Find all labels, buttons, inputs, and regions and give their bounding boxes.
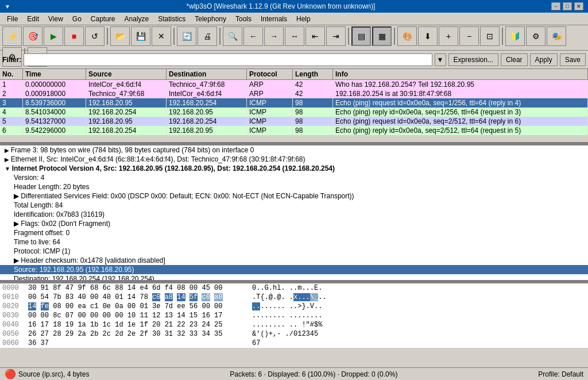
last-button[interactable]: ⇥ [326,26,346,46]
cell-1: 0.000000000 [23,80,86,89]
colorize-rules-button[interactable]: 🎭 [547,26,566,46]
hex-row: 003000 00 8c 07 00 00 00 00 10 11 12 13 … [0,311,588,320]
go-forward-button[interactable]: → [264,26,284,46]
menu-edit[interactable]: Edit [22,14,44,24]
open-button[interactable]: 📂 [110,26,130,46]
detail-row: Identification: 0x7b83 (31619) [0,210,588,219]
menu-file[interactable]: File [2,14,22,24]
capture-filter-button[interactable]: 🔰 [505,26,525,46]
hex-row: 001000 54 7b 83 40 00 40 01 14 78 c0 a8 … [0,293,588,302]
zoom-fit-button[interactable]: ⊡ [480,26,500,46]
cell-1: 8.539736000 [23,98,86,108]
table-row[interactable]: 10.000000000IntelCor_e4:6d:f4Technico_47… [0,80,588,89]
pane-detail-button[interactable]: ▦ [372,26,392,46]
go-back-button[interactable]: ← [243,26,263,46]
first-button[interactable]: ⇤ [305,26,325,46]
colorize-button[interactable]: 🎨 [397,26,417,46]
zoom-out-button[interactable]: − [459,26,479,46]
menu-analyze[interactable]: Analyze [120,14,154,24]
detail-row[interactable]: ▶ Flags: 0x02 (Don't Fragment) [0,219,588,228]
table-row[interactable]: 48.541034000192.168.20.254192.168.20.95I… [0,108,588,117]
save-button[interactable]: 💾 [131,26,150,46]
menu-capture[interactable]: Capture [86,14,120,24]
capture-options-button[interactable]: 🎯 [23,26,42,46]
hl-byte: 14 [28,302,36,310]
cell-4: ICMP [247,126,293,135]
packet-detail: Frame 3: 98 bytes on wire (784 bits), 98… [0,144,588,282]
apply-button[interactable]: Apply [530,53,558,66]
expression-button[interactable]: Expression... [448,53,498,66]
col-header-time[interactable]: Time [23,69,86,79]
cell-5: 98 [293,98,333,108]
col-header-destination[interactable]: Destination [167,69,247,79]
detail-row[interactable]: Frame 3: 98 bytes on wire (784 bits), 98… [0,145,588,155]
display-filter-button[interactable]: ⚙ [526,26,546,46]
print-button[interactable]: 🖨 [198,26,217,46]
restart-capture-button[interactable]: ↺ [85,26,105,46]
cell-2: 192.168.20.95 [86,98,167,108]
menu-telephony[interactable]: Telephony [190,14,231,24]
toolbar-separator-1 [107,28,108,45]
hl2-byte: a8 [214,293,222,301]
pane-list-button[interactable]: ▤ [351,26,371,46]
cell-0: 4 [0,108,23,117]
menu-help[interactable]: Help [292,14,315,24]
menu-internals[interactable]: Internals [256,14,292,24]
filter-label: Filter: [2,56,21,64]
capture-interfaces-button[interactable]: ⚡ [2,26,22,46]
detail-row: Destination: 192.168.20.254 (192.168.20.… [0,274,588,282]
detail-row[interactable]: Source: 192.168.20.95 (192.168.20.95) [0,265,588,274]
filter-input[interactable] [24,53,432,66]
cell-3: IntelCor_e4:6d:f4 [167,89,247,98]
table-row[interactable]: 20.000918000Technico_47:9f:68IntelCor_e4… [0,89,588,98]
menu-tools[interactable]: Tools [231,14,256,24]
clear-button[interactable]: Clear [501,53,528,66]
status-bar: 🔴 Source (ip.src), 4 bytes Packets: 6 · … [0,367,588,380]
hex-dump-section: 000030 91 8f 47 9f 68 6c 88 14 e4 6d f4 … [0,282,588,367]
table-row[interactable]: 38.539736000192.168.20.95192.168.20.254I… [0,98,588,108]
auto-scroll-button[interactable]: ⬇ [418,26,438,46]
detail-row[interactable]: ▶ Differentiated Services Field: 0x00 (D… [0,191,588,201]
cell-4: ICMP [247,117,293,126]
col-header-info[interactable]: Info [333,69,588,79]
close-button[interactable]: ✕ [574,2,583,10]
packet-rows-container: 10.000000000IntelCor_e4:6d:f4Technico_47… [0,80,588,135]
find-button[interactable]: 🔍 [223,26,242,46]
cell-0: 1 [0,80,23,89]
maximize-button[interactable]: □ [563,2,572,10]
detail-row: Protocol: ICMP (1) [0,247,588,256]
menu-go[interactable]: Go [68,14,86,24]
hl-ascii: .. [252,302,260,310]
packet-list-header: No. Time Source Destination Protocol Len… [0,69,588,80]
col-header-no[interactable]: No. [0,69,23,79]
reload-button[interactable]: 🔄 [177,26,196,46]
menu-statistics[interactable]: Statistics [153,14,190,24]
table-row[interactable]: 69.542296000192.168.20.254192.168.20.95I… [0,126,588,135]
hex-row: 005026 27 28 29 2a 2b 2c 2d 2e 2f 30 31 … [0,329,588,339]
stop-capture-button[interactable]: ■ [64,26,84,46]
col-header-source[interactable]: Source [86,69,167,79]
menu-view[interactable]: View [44,14,68,24]
detail-row[interactable]: ▶ Header checksum: 0x1478 [validation di… [0,256,588,265]
cell-6: Echo (ping) request id=0x0e0a, seq=1/256… [333,98,588,108]
title-bar-title: *wlp3sO [Wireshark 1.12.9 (Git Rev Unkno… [187,2,376,10]
start-capture-button[interactable]: ▶ [44,26,63,46]
main-content: No. Time Source Destination Protocol Len… [0,69,588,367]
table-row[interactable]: 59.541327000192.168.20.95192.168.20.254I… [0,117,588,126]
detail-row[interactable]: Internet Protocol Version 4, Src: 192.16… [0,164,588,173]
hex-row: 004016 17 18 19 1a 1b 1c 1d 1e 1f 20 21 … [0,320,588,329]
save-filter-button[interactable]: Save [560,53,586,66]
hex-rows-container: 000030 91 8f 47 9f 68 6c 88 14 e4 6d f4 … [0,283,588,348]
filter-dropdown[interactable]: ▼ [435,53,446,66]
status-left: 🔴 Source (ip.src), 4 bytes [0,369,94,379]
hl-byte: 5f [189,293,198,301]
close-button[interactable]: ✕ [152,26,171,46]
go-to-button[interactable]: ↔ [285,26,304,46]
minimize-button[interactable]: − [551,2,560,10]
col-header-protocol[interactable]: Protocol [247,69,293,79]
zoom-in-button[interactable]: + [439,26,458,46]
hl2-ascii: \_ [310,293,318,301]
detail-row[interactable]: Ethernet II, Src: IntelCor_e4:6d:f4 (6c:… [0,155,588,164]
cell-4: ICMP [247,108,293,117]
col-header-length[interactable]: Length [293,69,333,79]
